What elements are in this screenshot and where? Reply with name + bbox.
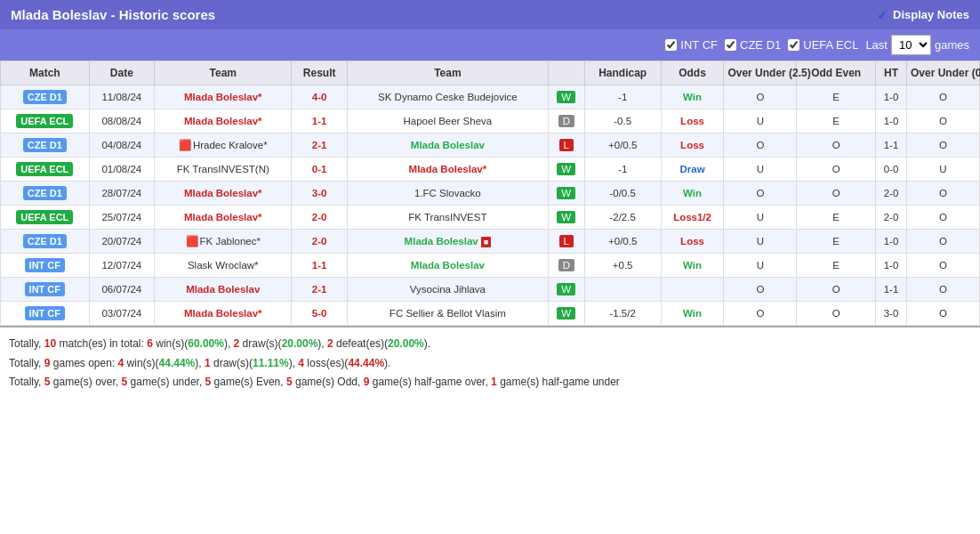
team2-name: Vysocina Jihlava: [410, 284, 486, 295]
col-spacer: [548, 61, 584, 85]
team2-name: SK Dynamo Ceske Budejovice: [378, 92, 518, 102]
ou075-cell: O: [907, 302, 980, 326]
total-defeats: 2: [327, 337, 333, 350]
team2-cell: Mlada Boleslav: [347, 134, 548, 158]
odds-value: Loss: [680, 116, 704, 126]
competition-badge: UEFA ECL: [16, 114, 73, 128]
score-value: 2-1: [312, 140, 327, 150]
team2-name: Mlada Boleslav*: [409, 164, 487, 174]
red-flag-icon: 🟥: [179, 140, 191, 150]
last-games-select[interactable]: 5 10 15 20: [891, 35, 931, 55]
filter-intcf[interactable]: INT CF: [665, 38, 718, 52]
team1-name: FK TransINVEST(N): [177, 164, 269, 174]
team1-name: Mlada Boleslav*: [184, 92, 262, 102]
result-badge: L: [559, 139, 574, 151]
odds-cell: Win: [661, 85, 724, 109]
team2-cell: FC Sellier & Bellot Vlasim: [347, 302, 548, 326]
open-win-pct: 44.44%: [159, 357, 196, 369]
result-cell: W: [548, 182, 584, 206]
team1-name: FK Jablonec*: [200, 236, 261, 247]
odds-cell: Loss: [661, 134, 724, 158]
open-loss-pct: 44.44%: [348, 357, 384, 369]
ht-cell: 1-0: [876, 254, 907, 278]
games-halfover: 9: [364, 376, 370, 388]
oe-cell: E: [797, 109, 876, 134]
result-cell: D: [548, 254, 584, 278]
col-ou25: Over Under (2.5): [724, 61, 797, 85]
team1-name: Mlada Boleslav: [186, 284, 260, 295]
competition-cell: CZE D1: [1, 182, 90, 206]
team1-name: Mlada Boleslav*: [184, 212, 262, 222]
score-cell: 1-1: [292, 109, 347, 134]
result-cell: W: [548, 158, 584, 182]
games-even: 5: [205, 376, 212, 388]
odds-cell: Loss: [661, 230, 724, 254]
filter-czed1[interactable]: CZE D1: [725, 38, 781, 52]
team2-cell: Hapoel Beer Sheva: [347, 109, 548, 134]
result-badge: W: [557, 211, 575, 223]
competition-cell: CZE D1: [1, 85, 90, 109]
handicap-cell: -0/0.5: [584, 182, 661, 206]
team1-name: Hradec Kralove*: [193, 140, 268, 150]
result-badge: W: [557, 187, 575, 199]
team2-cell: Mlada Boleslav*: [347, 158, 548, 182]
score-value: 3-0: [312, 188, 327, 198]
intcf-checkbox[interactable]: [665, 39, 677, 51]
competition-cell: INT CF: [1, 278, 90, 302]
competition-badge: INT CF: [25, 282, 65, 296]
competition-badge: CZE D1: [23, 186, 67, 200]
ou25-cell: O: [724, 278, 797, 302]
score-value: 0-1: [312, 164, 327, 174]
ou075-cell: O: [907, 182, 980, 206]
filter-uefaecl[interactable]: UEFA ECL: [788, 38, 858, 52]
team2-name: Mlada Boleslav: [411, 140, 485, 150]
uefaecl-label: UEFA ECL: [803, 38, 858, 52]
odds-value: Win: [683, 308, 702, 319]
scores-table: Match Date Team Result Team Handicap Odd…: [0, 61, 980, 326]
handicap-cell: -1.5/2: [584, 302, 661, 326]
result-badge: W: [557, 283, 575, 295]
filters-bar: INT CF CZE D1 UEFA ECL Last 5 10 15 20 g…: [0, 29, 980, 61]
ht-cell: 1-0: [876, 85, 907, 109]
ht-cell: 2-0: [876, 206, 907, 230]
table-row: CZE D104/08/24🟥Hradec Kralove*2-1Mlada B…: [1, 134, 980, 158]
ou075-cell: O: [907, 85, 980, 109]
team2-name: Hapoel Beer Sheva: [404, 116, 493, 126]
uefaecl-checkbox[interactable]: [788, 39, 799, 51]
oe-cell: O: [797, 302, 876, 326]
table-row: CZE D128/07/24Mlada Boleslav*3-01.FC Slo…: [1, 182, 980, 206]
ht-cell: 3-0: [876, 302, 907, 326]
score-value: 5-0: [312, 308, 327, 319]
yellow-card-icon: ■: [481, 237, 491, 247]
team2-name: 1.FC Slovacko: [414, 188, 481, 198]
header-right: ✓ Display Notes: [877, 8, 969, 22]
last-label: Last: [865, 38, 888, 52]
ou075-cell: O: [907, 278, 980, 302]
date-cell: 08/08/24: [89, 109, 154, 134]
team1-cell: 🟥Hradec Kralove*: [155, 134, 292, 158]
ht-cell: 1-1: [876, 278, 907, 302]
competition-cell: UEFA ECL: [1, 109, 90, 134]
table-row: CZE D120/07/24🟥FK Jablonec*2-0Mlada Bole…: [1, 230, 980, 254]
score-cell: 4-0: [292, 85, 347, 109]
oe-cell: E: [797, 206, 876, 230]
team1-cell: Mlada Boleslav*: [155, 85, 292, 109]
score-cell: 2-1: [292, 278, 347, 302]
team1-cell: Mlada Boleslav: [155, 278, 292, 302]
ht-cell: 1-0: [876, 109, 907, 134]
score-cell: 0-1: [292, 158, 347, 182]
result-cell: L: [548, 230, 584, 254]
oe-cell: O: [797, 182, 876, 206]
result-cell: W: [548, 302, 584, 326]
odds-value: Loss: [680, 236, 704, 247]
display-notes-check: ✓: [877, 8, 888, 22]
handicap-cell: -2/2.5: [584, 206, 661, 230]
open-draw-pct: 11.11%: [253, 357, 289, 369]
team1-cell: 🟥FK Jablonec*: [155, 230, 292, 254]
draw-pct: 20.00%: [282, 337, 318, 350]
ht-cell: 1-1: [876, 134, 907, 158]
handicap-cell: +0/0.5: [584, 230, 661, 254]
ou25-cell: O: [724, 182, 797, 206]
czed1-checkbox[interactable]: [725, 39, 736, 51]
team2-cell: 1.FC Slovacko: [347, 182, 548, 206]
